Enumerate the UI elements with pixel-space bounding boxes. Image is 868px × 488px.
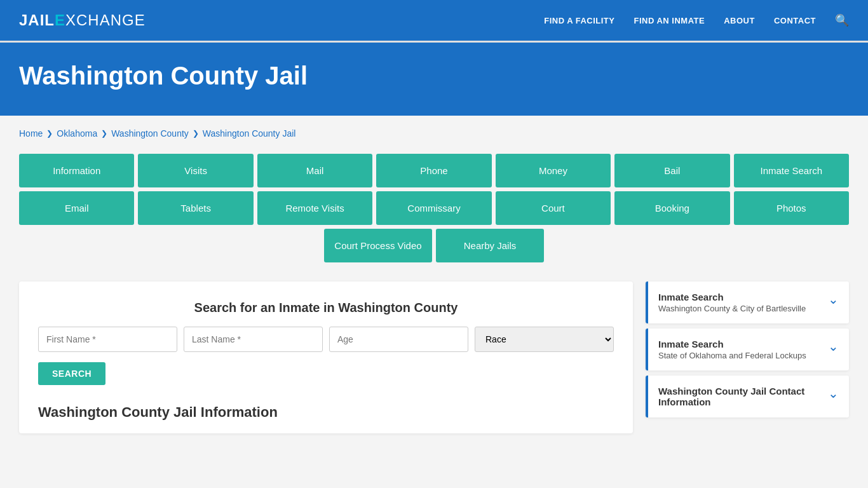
btn-court[interactable]: Court	[496, 191, 611, 225]
last-name-input[interactable]	[184, 327, 323, 352]
search-form: Race White Black Hispanic Asian Other	[38, 327, 614, 352]
logo-jail: JAIL	[19, 11, 55, 29]
main-area: Home ❯ Oklahoma ❯ Washington County ❯ Wa…	[0, 116, 868, 452]
sidebar: Inmate Search Washington County & City o…	[646, 281, 849, 423]
btn-information[interactable]: Information	[19, 154, 134, 187]
search-icon-button[interactable]: 🔍	[835, 13, 849, 27]
button-grid-row1: Information Visits Mail Phone Money Bail…	[19, 154, 849, 187]
btn-mail[interactable]: Mail	[257, 154, 372, 187]
race-select[interactable]: Race White Black Hispanic Asian Other	[475, 327, 614, 352]
logo-x: E	[55, 11, 65, 29]
sidebar-item-0-sub-label: Washington County & City of Bartlesville	[658, 304, 806, 313]
btn-remote-visits[interactable]: Remote Visits	[257, 191, 372, 225]
site-header: JAILEXCHANGE FIND A FACILITY FIND AN INM…	[0, 0, 868, 41]
btn-phone[interactable]: Phone	[376, 154, 491, 187]
btn-commissary[interactable]: Commissary	[376, 191, 491, 225]
button-grid-row2: Email Tablets Remote Visits Commissary C…	[19, 191, 849, 225]
search-title: Search for an Inmate in Washington Count…	[38, 301, 614, 315]
breadcrumb-washington-county[interactable]: Washington County	[111, 128, 189, 139]
breadcrumb-sep-2: ❯	[101, 129, 107, 138]
content-columns: Search for an Inmate in Washington Count…	[19, 281, 849, 433]
btn-tablets[interactable]: Tablets	[138, 191, 253, 225]
sidebar-item-1-main-label: Inmate Search	[658, 339, 806, 349]
nav-find-facility[interactable]: FIND A FACILITY	[544, 16, 614, 25]
age-input[interactable]	[329, 327, 468, 352]
breadcrumb-sep-1: ❯	[46, 129, 53, 138]
btn-money[interactable]: Money	[496, 154, 611, 187]
btn-photos[interactable]: Photos	[734, 191, 849, 225]
breadcrumb: Home ❯ Oklahoma ❯ Washington County ❯ Wa…	[19, 128, 849, 139]
sidebar-item-1[interactable]: Inmate Search State of Oklahoma and Fede…	[646, 329, 849, 370]
chevron-down-icon-0: ⌄	[828, 292, 839, 307]
breadcrumb-sep-3: ❯	[193, 129, 199, 138]
button-grid-row3: Court Process Video Nearby Jails	[19, 229, 849, 262]
btn-nearby-jails[interactable]: Nearby Jails	[436, 229, 544, 262]
btn-bail[interactable]: Bail	[614, 154, 729, 187]
breadcrumb-oklahoma[interactable]: Oklahoma	[57, 128, 97, 139]
site-logo: JAILEXCHANGE	[19, 11, 146, 29]
nav-about[interactable]: ABOUT	[724, 16, 755, 25]
btn-inmate-search[interactable]: Inmate Search	[734, 154, 849, 187]
sidebar-item-2[interactable]: Washington County Jail Contact Informati…	[646, 376, 849, 417]
nav-find-inmate[interactable]: FIND AN INMATE	[634, 16, 705, 25]
info-section-title: Washington County Jail Information	[38, 404, 614, 421]
page-title: Washington County Jail	[19, 62, 849, 90]
btn-email[interactable]: Email	[19, 191, 134, 225]
sidebar-item-0[interactable]: Inmate Search Washington County & City o…	[646, 281, 849, 323]
chevron-down-icon-1: ⌄	[828, 339, 839, 354]
btn-booking[interactable]: Booking	[614, 191, 729, 225]
sidebar-item-1-sub-label: State of Oklahoma and Federal Lockups	[658, 351, 806, 360]
main-column: Search for an Inmate in Washington Count…	[19, 281, 633, 433]
sidebar-item-2-main-label: Washington County Jail Contact Informati…	[658, 386, 822, 407]
logo-exchange: XCHANGE	[65, 11, 146, 29]
hero-banner: Washington County Jail	[0, 43, 868, 116]
btn-visits[interactable]: Visits	[138, 154, 253, 187]
main-nav: FIND A FACILITY FIND AN INMATE ABOUT CON…	[544, 13, 849, 27]
sidebar-item-0-main-label: Inmate Search	[658, 292, 806, 302]
nav-contact[interactable]: CONTACT	[774, 16, 816, 25]
first-name-input[interactable]	[38, 327, 177, 352]
chevron-down-icon-2: ⌄	[828, 386, 839, 401]
search-button[interactable]: SEARCH	[38, 362, 105, 385]
btn-court-process-video[interactable]: Court Process Video	[324, 229, 432, 262]
breadcrumb-home[interactable]: Home	[19, 128, 43, 139]
breadcrumb-jail[interactable]: Washington County Jail	[203, 128, 296, 139]
